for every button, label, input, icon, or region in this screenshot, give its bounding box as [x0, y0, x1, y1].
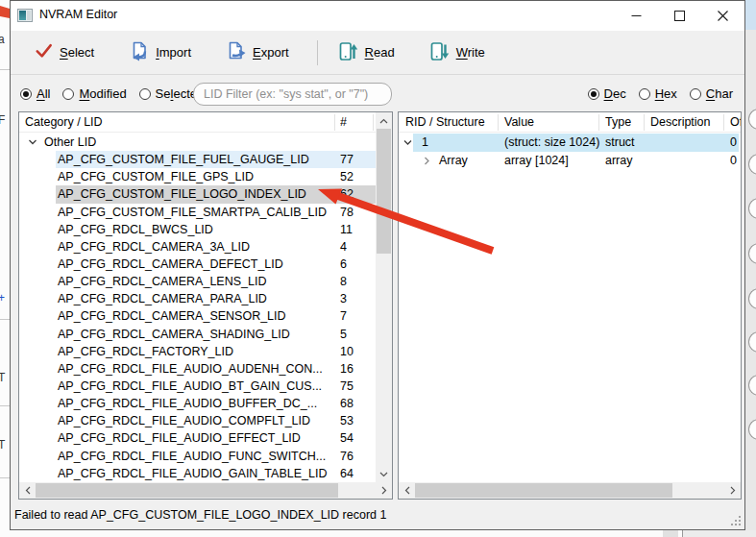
- lid-tree: Other LIDAP_CFG_CUSTOM_FILE_FUEL_GAUGE_L…: [19, 134, 376, 482]
- record-rid: Array: [439, 154, 468, 167]
- maximize-button[interactable]: [658, 1, 701, 31]
- chevron-right-icon: [381, 486, 387, 495]
- tree-item-label: AP_CFG_CUSTOM_FILE_SMARTPA_CALIB_LID: [58, 206, 327, 219]
- tree-item[interactable]: AP_CFG_RDCL_FACTORY_LID10: [19, 343, 376, 360]
- scroll-left-button[interactable]: [19, 482, 36, 499]
- read-button[interactable]: Read: [329, 37, 403, 69]
- radio-icon: [690, 88, 701, 100]
- tree-item-label: AP_CFG_CUSTOM_FILE_FUEL_GAUGE_LID: [58, 153, 309, 166]
- left-vertical-scrollbar[interactable]: [376, 112, 392, 482]
- resize-grip[interactable]: [731, 516, 742, 526]
- tree-item[interactable]: AP_CFG_RDCL_FILE_AUDIO_EFFECT_LID54: [19, 429, 376, 447]
- tree-item[interactable]: AP_CFG_RDCL_CAMERA_3A_LID4: [19, 238, 376, 256]
- tree-item-label: AP_CFG_RDCL_FILE_AUDIO_AUDENH_CON...: [58, 362, 323, 376]
- radio-icon: [139, 88, 151, 100]
- radio-icon: [20, 88, 32, 100]
- record-type: struct: [605, 135, 635, 149]
- background-scrollbar-sliver: [663, 530, 678, 537]
- scroll-thumb[interactable]: [415, 483, 672, 498]
- divider: [0, 477, 10, 478]
- tree-item[interactable]: AP_CFG_RDCL_CAMERA_SENSOR_LID7: [19, 307, 376, 325]
- column-header-count[interactable]: #: [340, 115, 347, 129]
- column-header-description[interactable]: Description: [650, 115, 711, 129]
- background-button-fragment: [748, 375, 756, 396]
- background-text-fragment: F: [0, 113, 5, 127]
- close-button[interactable]: [701, 1, 744, 31]
- chevron-right-icon: [730, 486, 736, 495]
- scroll-right-button[interactable]: [724, 482, 741, 499]
- tree-item-count: 8: [340, 275, 347, 288]
- chevron-right-icon[interactable]: [422, 156, 432, 169]
- scroll-thumb[interactable]: [36, 483, 338, 498]
- write-button[interactable]: Write: [421, 37, 494, 69]
- tree-item-label: Other LID: [44, 135, 96, 149]
- status-message: Failed to read AP_CFG_CUSTOM_FILE_LOGO_I…: [14, 508, 386, 522]
- filter-all-radio[interactable]: All: [20, 86, 50, 101]
- tree-item-count: 6: [340, 257, 347, 271]
- radio-icon: [639, 88, 650, 100]
- background-button-fragment: [748, 154, 756, 175]
- background-titlebar-sliver: [745, 0, 756, 30]
- format-hex-radio[interactable]: Hex: [639, 86, 677, 101]
- tree-item-label: AP_CFG_RDCL_BWCS_LID: [58, 223, 213, 236]
- tree-item[interactable]: AP_CFG_RDCL_FILE_AUDIO_BUFFER_DC_...68: [19, 395, 376, 412]
- right-horizontal-scrollbar[interactable]: [399, 482, 741, 499]
- background-window-right-sliver: [745, 0, 756, 537]
- background-button-fragment: [748, 331, 756, 353]
- scroll-left-button[interactable]: [399, 482, 415, 499]
- tree-item-count: 77: [340, 153, 354, 166]
- tree-item-other-lid[interactable]: Other LID: [19, 134, 376, 151]
- column-header-type[interactable]: Type: [605, 115, 631, 129]
- background-text-fragment: a: [0, 33, 5, 46]
- lid-filter-input[interactable]: [193, 83, 392, 106]
- tree-item-label: AP_CFG_RDCL_FILE_AUDIO_BUFFER_DC_...: [58, 397, 317, 410]
- minimize-button[interactable]: [615, 1, 658, 31]
- divider: [0, 69, 10, 70]
- record-row[interactable]: 1 (struct: size 1024) struct 0: [399, 134, 740, 152]
- scroll-right-button[interactable]: [376, 482, 392, 499]
- value-format-radio-group: DecHexChar: [588, 76, 733, 111]
- column-header-offset[interactable]: Offs: [730, 115, 741, 129]
- tree-item[interactable]: AP_CFG_RDCL_CAMERA_LENS_LID8: [19, 273, 376, 290]
- tree-item[interactable]: AP_CFG_CUSTOM_FILE_GPS_LID52: [19, 168, 376, 185]
- lid-tree-header: Category / LID #: [19, 112, 392, 133]
- tree-item[interactable]: AP_CFG_CUSTOM_FILE_SMARTPA_CALIB_LID78: [19, 204, 376, 221]
- window-title: NVRAM Editor: [39, 8, 117, 21]
- record-row[interactable]: Array array [1024] array 0: [399, 152, 740, 170]
- tree-item[interactable]: AP_CFG_RDCL_FILE_AUDIO_GAIN_TABLE_LID64: [19, 465, 376, 482]
- tree-item[interactable]: AP_CFG_RDCL_CAMERA_SHADING_LID5: [19, 326, 376, 343]
- scroll-down-button[interactable]: [376, 466, 392, 482]
- tree-item-label: AP_CFG_RDCL_CAMERA_SENSOR_LID: [58, 309, 286, 323]
- radio-icon: [62, 88, 74, 100]
- tree-item[interactable]: AP_CFG_RDCL_FILE_AUDIO_AUDENH_CON...16: [19, 360, 376, 378]
- divider: [0, 319, 10, 320]
- tree-item[interactable]: AP_CFG_RDCL_CAMERA_DEFECT_LID6: [19, 256, 376, 273]
- column-header-rid[interactable]: RID / Structure: [405, 115, 485, 129]
- tree-item-count: 68: [340, 397, 354, 410]
- scroll-thumb[interactable]: [377, 129, 391, 254]
- scroll-up-button[interactable]: [376, 112, 392, 129]
- import-button[interactable]: Import: [120, 37, 200, 69]
- tree-item[interactable]: AP_CFG_CUSTOM_FILE_LOGO_INDEX_LID62: [19, 185, 376, 203]
- window-controls: [615, 1, 744, 31]
- maximize-icon: [674, 11, 685, 21]
- tree-item[interactable]: AP_CFG_CUSTOM_FILE_FUEL_GAUGE_LID77: [19, 151, 376, 168]
- column-header-value[interactable]: Value: [504, 115, 534, 129]
- background-button-fragment: [748, 419, 756, 440]
- export-file-icon: [226, 41, 246, 64]
- filter-modified-radio[interactable]: Modified: [62, 86, 126, 101]
- format-dec-radio[interactable]: Dec: [588, 86, 626, 101]
- chevron-down-icon[interactable]: [402, 137, 413, 151]
- column-header-category[interactable]: Category / LID: [25, 115, 103, 129]
- tree-item[interactable]: AP_CFG_RDCL_FILE_AUDIO_COMPFLT_LID53: [19, 412, 376, 429]
- tree-item[interactable]: AP_CFG_RDCL_CAMERA_PARA_LID3: [19, 290, 376, 307]
- tree-item-label: AP_CFG_CUSTOM_FILE_GPS_LID: [58, 170, 254, 183]
- tree-item[interactable]: AP_CFG_RDCL_FILE_AUDIO_BT_GAIN_CUS...75: [19, 378, 376, 395]
- format-char-radio[interactable]: Char: [690, 86, 733, 101]
- left-horizontal-scrollbar[interactable]: [19, 482, 392, 499]
- tree-item[interactable]: AP_CFG_RDCL_BWCS_LID11: [19, 221, 376, 238]
- chevron-up-icon: [379, 118, 388, 124]
- tree-item[interactable]: AP_CFG_RDCL_FILE_AUDIO_FUNC_SWITCH...76: [19, 448, 376, 465]
- select-button[interactable]: Select: [26, 37, 103, 67]
- export-button[interactable]: Export: [217, 37, 298, 69]
